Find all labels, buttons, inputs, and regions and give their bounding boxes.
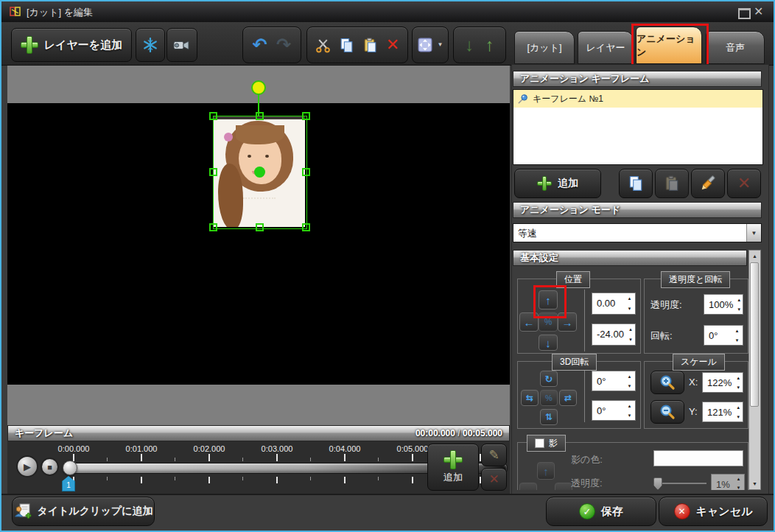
rotation-spinner[interactable]: 0° ▲▼ [704,325,743,346]
resize-handle-s[interactable] [256,223,264,231]
resize-handle-w[interactable] [209,168,217,176]
position-x-spinner[interactable]: 0.00 ▲▼ [592,293,636,315]
cut-scissors-icon[interactable] [315,38,331,53]
shadow-checkbox[interactable] [535,438,544,448]
resize-handle-ne[interactable] [302,112,310,120]
rotation-3d-x-value[interactable]: 0° [592,371,624,391]
rotation-value[interactable]: 0° [704,326,732,345]
keyframe-list-item[interactable]: キーフレーム №1 [513,90,762,108]
cancel-button[interactable]: ✕ キャンセル [659,497,768,526]
zoom-in-button[interactable] [650,371,684,394]
spin-up-icon[interactable]: ▲ [624,401,635,410]
shadow-opacity-value[interactable]: 1% [712,475,733,490]
shadow-offset-left-button[interactable]: ← [519,483,537,490]
flip-vertical-button[interactable]: ⇅ [540,409,558,425]
resize-handle-nw[interactable] [209,112,217,120]
panel-scrollbar[interactable]: ▲ ▼ [748,250,761,490]
reset-3d-button[interactable]: % [540,390,558,406]
undo-icon[interactable]: ↶ [253,36,267,54]
shadow-color-swatch[interactable] [653,450,743,466]
move-down-button[interactable]: ↓ [539,335,558,351]
timeline-add-keyframe-button[interactable]: 追加 [427,444,479,491]
copy-icon[interactable] [339,38,354,53]
shadow-offset-up-button[interactable]: ↑ [537,462,555,480]
position-x-value[interactable]: 0.00 [592,293,624,314]
spin-down-icon[interactable]: ▼ [735,304,743,314]
keyframes-list[interactable]: キーフレーム №1 [513,89,763,165]
delete-icon[interactable]: ✕ [386,37,399,53]
scale-y-spinner[interactable]: 121% ▲▼ [702,402,743,422]
edit-keyframe-button[interactable]: ✎ [481,444,507,466]
selected-image-layer[interactable] [213,116,307,229]
scrollbar-up-icon[interactable]: ▲ [749,251,760,262]
redo-icon[interactable]: ↷ [276,36,291,54]
spin-down-icon[interactable]: ▼ [733,483,744,490]
rotation-3d-y-value[interactable]: 0° [592,401,624,420]
add-title-clip-button[interactable]: タイトルクリップに追加 [12,497,155,526]
save-button[interactable]: ✓ 保存 [546,497,656,526]
spin-down-icon[interactable]: ▼ [734,412,743,421]
scale-y-value[interactable]: 121% [703,402,734,421]
rotate-y-button[interactable]: ↻ [540,371,558,387]
spin-down-icon[interactable]: ▼ [624,410,635,420]
tab-layer[interactable]: レイヤー [578,31,634,64]
add-layer-button[interactable]: レイヤーを追加 [11,28,132,62]
camera-button[interactable] [166,28,197,62]
spin-up-icon[interactable]: ▲ [734,402,743,412]
spin-down-icon[interactable]: ▼ [734,382,743,392]
resize-handle-sw[interactable] [209,223,217,231]
spin-up-icon[interactable]: ▲ [732,326,743,335]
fit-screen-icon[interactable] [418,38,432,52]
resize-handle-n[interactable] [256,112,264,120]
move-down-icon[interactable]: ↓ [465,36,474,54]
rotate-left-button[interactable]: ⇆ [521,390,539,406]
spin-down-icon[interactable]: ▼ [626,335,635,345]
spin-up-icon[interactable]: ▲ [626,324,635,335]
scale-x-spinner[interactable]: 122% ▲▼ [702,372,743,393]
tab-audio[interactable]: 音声 [706,31,765,64]
paste-keyframe-button[interactable] [655,169,689,198]
position-y-value[interactable]: -24.00 [592,324,626,345]
shadow-opacity-slider-thumb[interactable] [653,477,662,490]
stop-button[interactable]: ■ [41,458,59,476]
layer-center-point[interactable] [254,167,265,178]
fit-dropdown-icon[interactable]: ▼ [437,42,443,48]
spin-up-icon[interactable]: ▲ [734,373,743,382]
scrollbar-thumb[interactable] [750,262,759,407]
copy-keyframe-button[interactable] [619,169,653,198]
spin-up-icon[interactable]: ▲ [735,295,743,304]
tab-cut[interactable]: [カット] [514,31,575,64]
spin-down-icon[interactable]: ▼ [624,381,635,391]
clear-keyframes-button[interactable] [691,169,725,198]
position-y-spinner[interactable]: -24.00 ▲▼ [592,323,636,346]
move-up-icon[interactable]: ↑ [485,36,494,54]
opacity-spinner[interactable]: 100% ▲▼ [704,294,743,315]
animation-mode-select[interactable]: 等速 ▼ [513,223,762,242]
spin-down-icon[interactable]: ▼ [624,304,635,314]
scale-x-value[interactable]: 122% [703,373,734,392]
scrollbar-down-icon[interactable]: ▼ [749,478,760,489]
paste-icon[interactable] [362,38,378,53]
title-bar[interactable]: [カット] を編集 ✕ [1,1,774,22]
resize-handle-e[interactable] [302,168,310,176]
rotate-right-button[interactable]: ⇄ [559,390,577,406]
shadow-opacity-spinner[interactable]: 1% ▲▼ [711,474,745,490]
rotation-3d-y-spinner[interactable]: 0° ▲▼ [592,400,636,421]
spin-up-icon[interactable]: ▲ [624,293,635,304]
snowflake-freeze-button[interactable] [136,28,165,62]
shadow-offset-right-button[interactable]: → [555,483,572,490]
rotation-handle[interactable] [251,80,266,95]
resize-handle-se[interactable] [302,223,310,231]
add-keyframe-button[interactable]: 追加 [514,169,601,198]
timeline-slider-thumb[interactable] [63,461,77,475]
rotation-3d-x-spinner[interactable]: 0° ▲▼ [592,371,636,391]
restore-icon[interactable] [738,8,751,19]
combo-dropdown-icon[interactable]: ▼ [746,224,761,242]
spin-up-icon[interactable]: ▲ [733,475,744,483]
spin-down-icon[interactable]: ▼ [732,335,743,345]
zoom-out-button[interactable] [650,400,684,424]
play-button[interactable]: ▶ [16,455,38,477]
remove-keyframe-button[interactable]: ✕ [481,468,507,491]
spin-up-icon[interactable]: ▲ [624,371,635,381]
delete-keyframe-button[interactable]: ✕ [727,169,761,198]
